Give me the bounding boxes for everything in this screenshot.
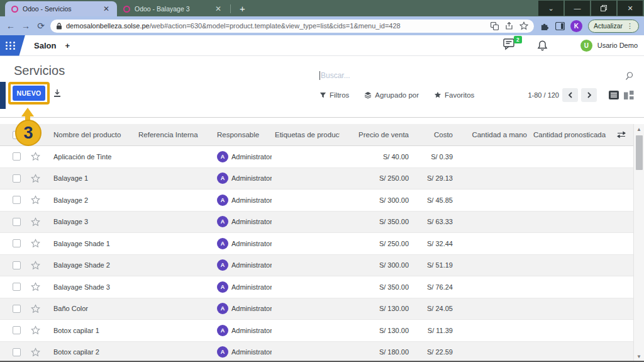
responsible-avatar: A: [217, 216, 228, 227]
profile-avatar[interactable]: K: [570, 20, 582, 32]
pager-previous-button[interactable]: [562, 88, 578, 102]
row-checkbox[interactable]: [13, 218, 21, 226]
pager-next-button[interactable]: [581, 88, 597, 102]
column-header-responsible[interactable]: Responsable: [214, 131, 272, 139]
responsible-avatar: A: [217, 151, 228, 162]
row-checkbox[interactable]: [13, 261, 21, 269]
table-row[interactable]: Balayage 2 A Administrator S/ 300.00 S/ …: [0, 189, 633, 212]
column-header-qty-on-hand[interactable]: Cantidad a mano: [456, 131, 530, 139]
tab-close-icon[interactable]: ✕: [214, 4, 223, 13]
app-menu-salon[interactable]: Salon: [34, 41, 56, 50]
favorite-star-icon[interactable]: [31, 282, 40, 291]
table-row[interactable]: Balayage Shade 1 A Administrator S/ 250.…: [0, 233, 633, 255]
table-row[interactable]: Balayage 3 A Administrator S/ 350.00 S/ …: [0, 212, 633, 234]
app-menu-plus[interactable]: +: [65, 41, 70, 50]
sales-price: S/ 350.00: [340, 283, 412, 291]
favorite-star-icon[interactable]: [31, 348, 40, 357]
chrome-menu-dots-icon[interactable]: ⋮: [626, 22, 633, 30]
product-name: Balayage 3: [50, 218, 135, 225]
responsible: A Administrator: [214, 346, 272, 358]
table-row[interactable]: Balayage Shade 3 A Administrator S/ 350.…: [0, 276, 633, 298]
responsible-avatar: A: [217, 325, 228, 336]
table-row[interactable]: Botox capilar 2 A Administrator S/ 180.0…: [0, 342, 633, 362]
browser-toolbar: ← → ⟳ demosalonbelleza.solse.pe/web#acti…: [0, 16, 644, 35]
cost: S/ 32.44: [412, 240, 456, 247]
translate-icon[interactable]: [491, 22, 499, 30]
group-by-button[interactable]: Agrupado por: [364, 91, 419, 99]
column-header-name[interactable]: Nombre del producto: [50, 131, 135, 139]
favorite-star-icon[interactable]: [31, 304, 40, 314]
responsible-avatar: A: [217, 259, 228, 271]
new-tab-button[interactable]: +: [235, 3, 250, 14]
responsible-avatar: A: [217, 346, 228, 358]
table-row[interactable]: Balayage 1 A Administrator S/ 250.00 S/ …: [0, 168, 633, 190]
column-header-price[interactable]: Precio de venta: [340, 131, 412, 139]
side-panel-icon[interactable]: [555, 22, 565, 30]
row-checkbox[interactable]: [13, 152, 21, 161]
list-view-button[interactable]: [609, 91, 619, 99]
cost: S/ 45.85: [412, 196, 456, 204]
table-row[interactable]: Balayage Shade 2 A Administrator S/ 300.…: [0, 255, 633, 277]
content-divider: [0, 117, 644, 118]
favorites-button[interactable]: Favoritos: [434, 91, 474, 99]
search-input[interactable]: [321, 71, 625, 80]
tab-title: Odoo - Servicios: [23, 5, 97, 13]
back-icon[interactable]: ←: [5, 20, 16, 31]
tab-close-icon[interactable]: ✕: [102, 4, 111, 13]
window-restore-icon[interactable]: [591, 1, 616, 16]
scrollbar-thumb[interactable]: [636, 135, 643, 170]
share-icon[interactable]: [505, 22, 513, 30]
table-row[interactable]: Baño Color A Administrator S/ 130.00 S/ …: [0, 298, 633, 320]
column-header-qty-forecast[interactable]: Cantidad pronosticada: [530, 131, 608, 139]
tab-balayage[interactable]: Odoo - Balayage 3 ✕: [117, 1, 229, 16]
update-button[interactable]: Actualizar ⋮: [588, 20, 639, 33]
row-checkbox[interactable]: [13, 174, 21, 183]
address-bar[interactable]: demosalonbelleza.solse.pe/web#action=630…: [50, 20, 534, 33]
favorite-star-icon[interactable]: [31, 325, 40, 335]
favorite-star-icon[interactable]: [31, 239, 40, 248]
row-checkbox[interactable]: [13, 348, 21, 356]
table-header-row: Nombre del producto Referencia Interna R…: [0, 124, 633, 146]
scroll-up-icon[interactable]: ▲: [634, 127, 644, 132]
search-icon: [625, 71, 634, 81]
column-header-tags[interactable]: Etiquetas de producto: [272, 131, 340, 139]
row-checkbox[interactable]: [13, 283, 21, 291]
vertical-scrollbar[interactable]: ▲ ▼: [633, 124, 644, 362]
window-minimize-icon[interactable]: —: [565, 1, 590, 16]
scroll-down-icon[interactable]: ▼: [634, 354, 644, 359]
optional-columns-icon[interactable]: [617, 131, 626, 139]
window-close-icon[interactable]: ✕: [618, 1, 643, 16]
responsible: A Administrator: [214, 238, 272, 249]
messages-badge: 2: [514, 36, 522, 43]
kanban-view-button[interactable]: [624, 91, 634, 99]
user-menu[interactable]: Usario Demo: [597, 42, 638, 49]
row-checkbox[interactable]: [13, 239, 21, 247]
window-menu-chevron-icon[interactable]: ⌄: [538, 1, 564, 16]
pager-range: 1-80 / 120: [528, 91, 559, 99]
favorite-star-icon[interactable]: [31, 217, 40, 227]
favorite-star-icon[interactable]: [31, 152, 40, 161]
favorite-star-icon[interactable]: [31, 261, 40, 270]
column-header-cost[interactable]: Costo: [412, 131, 456, 139]
forward-icon[interactable]: →: [20, 20, 31, 31]
column-header-reference[interactable]: Referencia Interna: [135, 131, 214, 139]
apps-grid-icon[interactable]: [0, 35, 25, 56]
favorite-star-icon[interactable]: [31, 174, 40, 183]
table-row[interactable]: Botox capilar 1 A Administrator S/ 130.0…: [0, 320, 633, 342]
product-name: Balayage Shade 3: [50, 283, 135, 291]
extensions-puzzle-icon[interactable]: [540, 21, 550, 31]
filters-button[interactable]: Filtros: [319, 91, 349, 99]
row-checkbox[interactable]: [13, 326, 21, 334]
bookmark-star-icon[interactable]: [519, 21, 528, 30]
row-checkbox[interactable]: [13, 305, 21, 313]
user-avatar[interactable]: U: [580, 40, 592, 52]
refresh-icon[interactable]: ⟳: [35, 20, 47, 31]
messages-icon[interactable]: 2: [503, 38, 518, 52]
row-checkbox[interactable]: [13, 196, 21, 204]
search-bar[interactable]: [319, 69, 634, 82]
export-download-icon[interactable]: [50, 87, 64, 99]
notifications-bell-icon[interactable]: [537, 40, 548, 52]
favorite-star-icon[interactable]: [31, 195, 40, 205]
table-row[interactable]: Aplicación de Tinte A Administrator S/ 4…: [0, 146, 633, 168]
tab-servicios[interactable]: Odoo - Servicios ✕: [5, 1, 117, 16]
